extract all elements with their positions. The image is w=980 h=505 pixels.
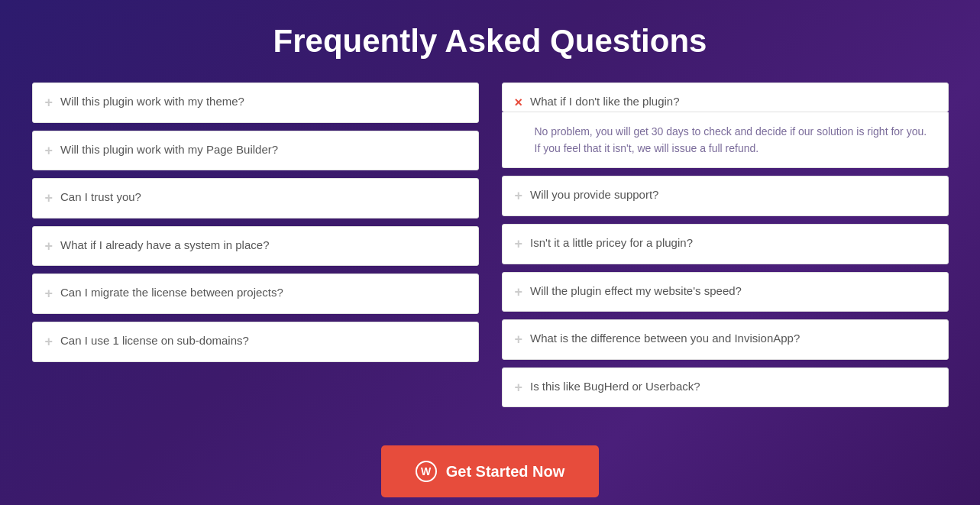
faq-item-wrapper: +Is this like BugHerd or Userback? [502,367,949,408]
faq-item-wrapper: +Will the plugin effect my website's spe… [502,272,949,312]
faq-right-column: ×What if I don't like the plugin?No prob… [502,83,949,407]
faq-item-wrapper: +Will you provide support? [502,176,949,216]
page-title: Frequently Asked Questions [273,23,707,60]
faq-item-wrapper: +What if I already have a system in plac… [32,226,479,267]
faq-item[interactable]: +What is the difference between you and … [502,319,949,360]
faq-toggle-icon: + [515,188,523,205]
faq-toggle-icon: + [45,286,53,303]
faq-toggle-icon: + [45,190,53,207]
faq-item[interactable]: ×What if I don't like the plugin? [502,83,949,112]
faq-answer-text: No problem, you will get 30 days to chec… [502,112,949,169]
faq-toggle-icon: + [45,95,53,112]
faq-left-column: +Will this plugin work with my theme?+Wi… [32,83,479,407]
faq-item-wrapper: +Will this plugin work with my theme? [32,83,479,123]
faq-question-text: Can I migrate the license between projec… [60,285,283,300]
faq-item[interactable]: +Can I migrate the license between proje… [32,274,479,314]
faq-section: +Will this plugin work with my theme?+Wi… [32,83,949,407]
faq-toggle-icon: + [515,380,523,397]
faq-item[interactable]: +Will this plugin work with my theme? [32,83,479,123]
faq-item[interactable]: +Is this like BugHerd or Userback? [502,367,949,408]
faq-item-wrapper: +What is the difference between you and … [502,319,949,360]
cta-label: Get Started Now [446,463,565,481]
faq-item-wrapper: +Can I migrate the license between proje… [32,274,479,314]
faq-question-text: Can I use 1 license on sub-domains? [60,333,249,348]
faq-item[interactable]: +Will this plugin work with my Page Buil… [32,131,479,171]
faq-item[interactable]: +What if I already have a system in plac… [32,226,479,267]
faq-toggle-icon: + [45,334,53,351]
faq-item[interactable]: +Can I use 1 license on sub-domains? [32,322,479,362]
faq-toggle-icon: + [515,332,523,348]
cta-section: W Get Started Now [381,445,600,497]
faq-item-wrapper: ×What if I don't like the plugin?No prob… [502,83,949,168]
faq-item[interactable]: +Isn't it a little pricey for a plugin? [502,224,949,264]
faq-question-text: What is the difference between you and I… [530,331,800,346]
faq-toggle-icon: + [515,284,523,301]
faq-question-text: Is this like BugHerd or Userback? [530,379,700,394]
faq-question-text: What if I don't like the plugin? [530,94,679,109]
faq-item[interactable]: +Will you provide support? [502,176,949,216]
faq-question-text: Will the plugin effect my website's spee… [530,283,742,299]
faq-question-text: What if I already have a system in place… [60,238,269,253]
faq-question-text: Will this plugin work with my Page Build… [60,142,278,157]
faq-item-wrapper: +Isn't it a little pricey for a plugin? [502,224,949,264]
get-started-button[interactable]: W Get Started Now [381,445,600,497]
faq-item[interactable]: +Can I trust you? [32,178,479,219]
faq-item-wrapper: +Can I use 1 license on sub-domains? [32,322,479,362]
faq-question-text: Will this plugin work with my theme? [60,94,244,109]
faq-toggle-icon: + [45,238,53,255]
faq-toggle-icon: + [45,143,53,160]
faq-question-text: Will you provide support? [530,187,658,202]
faq-toggle-icon: × [515,95,523,112]
faq-item[interactable]: +Will the plugin effect my website's spe… [502,272,949,312]
faq-question-text: Can I trust you? [60,189,141,205]
faq-item-wrapper: +Will this plugin work with my Page Buil… [32,131,479,171]
wordpress-icon: W [416,461,437,482]
faq-item-wrapper: +Can I trust you? [32,178,479,219]
faq-toggle-icon: + [515,236,523,253]
faq-question-text: Isn't it a little pricey for a plugin? [530,235,693,251]
